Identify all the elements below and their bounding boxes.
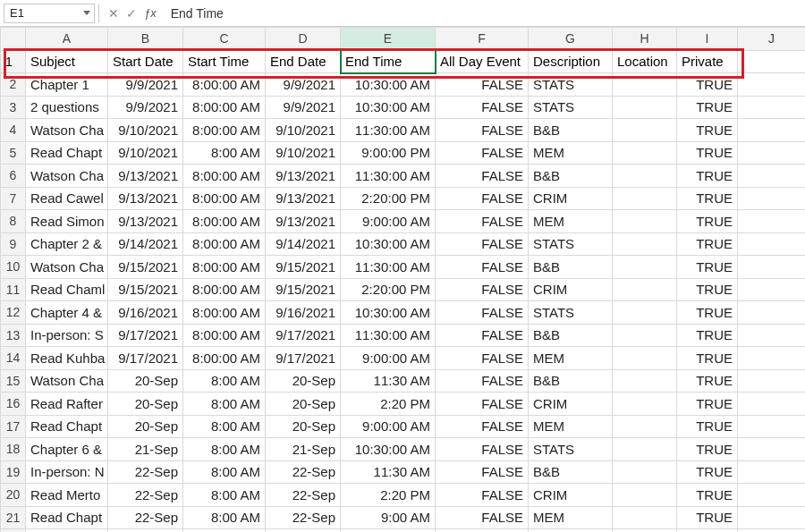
cell-I9[interactable]: TRUE: [677, 232, 738, 256]
cell-B5[interactable]: 9/10/2021: [108, 141, 183, 165]
cell-H5[interactable]: [613, 141, 677, 165]
row-header-11[interactable]: 11: [1, 278, 26, 301]
cell-C19[interactable]: 8:00 AM: [183, 460, 266, 484]
cell-F9[interactable]: FALSE: [436, 232, 529, 256]
col-header-E[interactable]: E: [341, 28, 436, 51]
cell-C5[interactable]: 8:00 AM: [183, 141, 266, 165]
cell-E4[interactable]: 11:30:00 AM: [341, 119, 436, 142]
cell-B14[interactable]: 9/17/2021: [108, 347, 183, 370]
cell-B7[interactable]: 9/13/2021: [108, 187, 183, 210]
row-header-9[interactable]: 9: [1, 232, 26, 256]
cell-C4[interactable]: 8:00:00 AM: [183, 119, 266, 142]
cell-C17[interactable]: 8:00 AM: [183, 415, 266, 438]
cell-H12[interactable]: [613, 301, 677, 325]
row-header-20[interactable]: 20: [1, 484, 26, 507]
cell-B16[interactable]: 20-Sep: [108, 393, 183, 416]
cell-C13[interactable]: 8:00:00 AM: [183, 324, 266, 347]
cell-G17[interactable]: MEM: [529, 415, 613, 438]
cell-J15[interactable]: [738, 369, 806, 393]
cell-D13[interactable]: 9/17/2021: [266, 324, 341, 347]
cell-A7[interactable]: Read Cawel: [26, 187, 108, 210]
name-box[interactable]: E1: [4, 4, 95, 23]
cell-F3[interactable]: FALSE: [436, 96, 529, 119]
cell-J2[interactable]: [738, 73, 806, 97]
cell-I20[interactable]: TRUE: [677, 484, 738, 507]
cell-J14[interactable]: [738, 347, 806, 370]
cell-D15[interactable]: 20-Sep: [266, 369, 341, 393]
cell-D9[interactable]: 9/14/2021: [266, 232, 341, 256]
cell-I1[interactable]: Private: [677, 50, 738, 73]
cell-C3[interactable]: 8:00:00 AM: [183, 96, 266, 119]
cell-B4[interactable]: 9/10/2021: [108, 119, 183, 142]
col-header-B[interactable]: B: [108, 28, 183, 51]
cell-H10[interactable]: [613, 256, 677, 279]
cell-B8[interactable]: 9/13/2021: [108, 210, 183, 233]
cell-E20[interactable]: 2:20 PM: [341, 484, 436, 507]
cell-E8[interactable]: 9:00:00 AM: [341, 210, 436, 233]
cell-E5[interactable]: 9:00:00 PM: [341, 141, 436, 165]
cell-C20[interactable]: 8:00 AM: [183, 484, 266, 507]
cell-E11[interactable]: 2:20:00 PM: [341, 278, 436, 301]
cell-G20[interactable]: CRIM: [529, 484, 613, 507]
cell-H11[interactable]: [613, 278, 677, 301]
col-header-G[interactable]: G: [529, 28, 613, 51]
cell-C14[interactable]: 8:00:00 AM: [183, 347, 266, 370]
cell-G5[interactable]: MEM: [529, 141, 613, 165]
cell-A11[interactable]: Read Chaml: [26, 278, 108, 301]
cell-A19[interactable]: In-person: N: [26, 460, 108, 484]
cell-C12[interactable]: 8:00:00 AM: [183, 301, 266, 325]
cell-B22[interactable]: 23-Sep: [108, 529, 183, 533]
cell-H14[interactable]: [613, 347, 677, 370]
cell-C6[interactable]: 8:00:00 AM: [183, 165, 266, 188]
cell-B17[interactable]: 20-Sep: [108, 415, 183, 438]
cell-H17[interactable]: [613, 415, 677, 438]
col-header-J[interactable]: J: [738, 28, 806, 51]
spreadsheet-grid[interactable]: A B C D E F G H I J 1 Subject Start Date…: [0, 27, 805, 532]
cell-C2[interactable]: 8:00:00 AM: [183, 73, 266, 97]
cell-B20[interactable]: 22-Sep: [108, 484, 183, 507]
cell-A1[interactable]: Subject: [26, 50, 108, 73]
cell-F22[interactable]: FALSE: [436, 529, 529, 533]
cell-C1[interactable]: Start Time: [183, 50, 266, 73]
row-header-15[interactable]: 15: [1, 369, 26, 393]
row-header-18[interactable]: 18: [1, 438, 26, 461]
cell-F6[interactable]: FALSE: [436, 165, 529, 188]
cell-J20[interactable]: [738, 484, 806, 507]
cell-A17[interactable]: Read Chapt: [26, 415, 108, 438]
cell-H2[interactable]: [613, 73, 677, 97]
formula-input[interactable]: [165, 4, 801, 23]
cell-J22[interactable]: [738, 529, 806, 533]
cell-G12[interactable]: STATS: [529, 301, 613, 325]
cell-C15[interactable]: 8:00 AM: [183, 369, 266, 393]
cell-J1[interactable]: [738, 50, 806, 73]
cell-F10[interactable]: FALSE: [436, 256, 529, 279]
cell-B10[interactable]: 9/15/2021: [108, 256, 183, 279]
cell-F8[interactable]: FALSE: [436, 210, 529, 233]
cell-J6[interactable]: [738, 165, 806, 188]
cell-D6[interactable]: 9/13/2021: [266, 165, 341, 188]
cell-G3[interactable]: STATS: [529, 96, 613, 119]
cell-B15[interactable]: 20-Sep: [108, 369, 183, 393]
cell-I17[interactable]: TRUE: [677, 415, 738, 438]
cell-E10[interactable]: 11:30:00 AM: [341, 256, 436, 279]
cell-J17[interactable]: [738, 415, 806, 438]
cell-J5[interactable]: [738, 141, 806, 165]
cell-I11[interactable]: TRUE: [677, 278, 738, 301]
cell-G19[interactable]: B&B: [529, 460, 613, 484]
cell-H21[interactable]: [613, 506, 677, 529]
cell-A14[interactable]: Read Kuhba: [26, 347, 108, 370]
cell-A16[interactable]: Read Rafter: [26, 393, 108, 416]
row-header-4[interactable]: 4: [1, 119, 26, 142]
cell-D17[interactable]: 20-Sep: [266, 415, 341, 438]
cell-B19[interactable]: 22-Sep: [108, 460, 183, 484]
cell-D21[interactable]: 22-Sep: [266, 506, 341, 529]
row-header-21[interactable]: 21: [1, 506, 26, 529]
cell-G22[interactable]: STATS: [529, 529, 613, 533]
cell-F4[interactable]: FALSE: [436, 119, 529, 142]
cell-J7[interactable]: [738, 187, 806, 210]
cell-I12[interactable]: TRUE: [677, 301, 738, 325]
cell-G7[interactable]: CRIM: [529, 187, 613, 210]
cell-G8[interactable]: MEM: [529, 210, 613, 233]
cell-B6[interactable]: 9/13/2021: [108, 165, 183, 188]
cell-H22[interactable]: [613, 529, 677, 533]
